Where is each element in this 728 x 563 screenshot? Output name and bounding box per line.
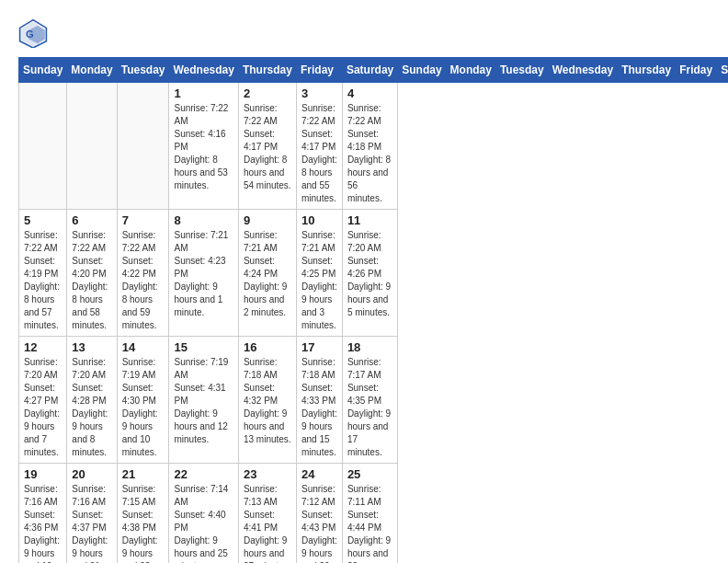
svg-text:G: G [26, 29, 34, 40]
header-day-saturday: Saturday [717, 58, 728, 83]
day-number: 23 [244, 467, 291, 481]
day-info: Sunrise: 7:16 AM Sunset: 4:37 PM Dayligh… [72, 483, 111, 563]
calendar-cell: 14Sunrise: 7:19 AM Sunset: 4:30 PM Dayli… [117, 337, 169, 464]
day-info: Sunrise: 7:14 AM Sunset: 4:40 PM Dayligh… [174, 483, 233, 563]
calendar-cell: 11Sunrise: 7:20 AM Sunset: 4:26 PM Dayli… [342, 210, 397, 337]
day-info: Sunrise: 7:19 AM Sunset: 4:31 PM Dayligh… [174, 356, 233, 446]
day-info: Sunrise: 7:21 AM Sunset: 4:23 PM Dayligh… [174, 229, 233, 319]
day-number: 12 [24, 340, 62, 354]
day-info: Sunrise: 7:16 AM Sunset: 4:36 PM Dayligh… [24, 483, 62, 563]
calendar-cell: 7Sunrise: 7:22 AM Sunset: 4:22 PM Daylig… [117, 210, 169, 337]
calendar-cell: 10Sunrise: 7:21 AM Sunset: 4:25 PM Dayli… [296, 210, 342, 337]
day-info: Sunrise: 7:18 AM Sunset: 4:32 PM Dayligh… [244, 356, 291, 446]
day-number: 17 [301, 340, 337, 354]
day-info: Sunrise: 7:22 AM Sunset: 4:16 PM Dayligh… [174, 102, 233, 192]
day-info: Sunrise: 7:18 AM Sunset: 4:33 PM Dayligh… [301, 356, 337, 459]
calendar-cell: 9Sunrise: 7:21 AM Sunset: 4:24 PM Daylig… [238, 210, 296, 337]
calendar-cell: 3Sunrise: 7:22 AM Sunset: 4:17 PM Daylig… [296, 83, 342, 210]
header-day-wednesday: Wednesday [169, 58, 238, 83]
page-header: G [18, 18, 710, 48]
header-row: SundayMondayTuesdayWednesdayThursdayFrid… [19, 58, 729, 83]
calendar-cell: 18Sunrise: 7:17 AM Sunset: 4:35 PM Dayli… [342, 337, 397, 464]
day-number: 15 [174, 340, 233, 354]
calendar-cell: 19Sunrise: 7:16 AM Sunset: 4:36 PM Dayli… [19, 464, 67, 564]
header-day-wednesday: Wednesday [548, 58, 617, 83]
calendar-cell: 20Sunrise: 7:16 AM Sunset: 4:37 PM Dayli… [67, 464, 117, 564]
day-number: 16 [244, 340, 291, 354]
day-info: Sunrise: 7:13 AM Sunset: 4:41 PM Dayligh… [244, 483, 291, 563]
day-info: Sunrise: 7:22 AM Sunset: 4:22 PM Dayligh… [122, 229, 165, 332]
calendar-header: SundayMondayTuesdayWednesdayThursdayFrid… [19, 58, 729, 83]
header-day-tuesday: Tuesday [117, 58, 169, 83]
calendar-week-1: 1Sunrise: 7:22 AM Sunset: 4:16 PM Daylig… [19, 83, 729, 210]
day-info: Sunrise: 7:12 AM Sunset: 4:43 PM Dayligh… [301, 483, 337, 563]
day-info: Sunrise: 7:11 AM Sunset: 4:44 PM Dayligh… [347, 483, 392, 563]
day-info: Sunrise: 7:20 AM Sunset: 4:28 PM Dayligh… [72, 356, 111, 459]
day-number: 18 [347, 340, 392, 354]
day-info: Sunrise: 7:21 AM Sunset: 4:25 PM Dayligh… [301, 229, 337, 332]
calendar-body: 1Sunrise: 7:22 AM Sunset: 4:16 PM Daylig… [19, 83, 729, 564]
header-day-sunday: Sunday [398, 58, 446, 83]
day-info: Sunrise: 7:22 AM Sunset: 4:18 PM Dayligh… [347, 102, 392, 205]
header-day-monday: Monday [446, 58, 495, 83]
day-number: 7 [122, 213, 165, 227]
day-number: 4 [347, 86, 392, 100]
calendar-week-3: 12Sunrise: 7:20 AM Sunset: 4:27 PM Dayli… [19, 337, 729, 464]
logo-icon: G [18, 18, 48, 48]
calendar-cell: 12Sunrise: 7:20 AM Sunset: 4:27 PM Dayli… [19, 337, 67, 464]
day-number: 19 [24, 467, 62, 481]
header-day-sunday: Sunday [19, 58, 67, 83]
calendar-cell [117, 83, 169, 210]
calendar-cell: 17Sunrise: 7:18 AM Sunset: 4:33 PM Dayli… [296, 337, 342, 464]
day-number: 3 [301, 86, 337, 100]
logo: G [18, 18, 51, 48]
day-info: Sunrise: 7:17 AM Sunset: 4:35 PM Dayligh… [347, 356, 392, 459]
calendar-cell: 15Sunrise: 7:19 AM Sunset: 4:31 PM Dayli… [169, 337, 238, 464]
day-number: 25 [347, 467, 392, 481]
day-info: Sunrise: 7:22 AM Sunset: 4:20 PM Dayligh… [72, 229, 111, 332]
header-day-thursday: Thursday [618, 58, 676, 83]
calendar-cell: 16Sunrise: 7:18 AM Sunset: 4:32 PM Dayli… [238, 337, 296, 464]
header-day-tuesday: Tuesday [495, 58, 548, 83]
day-number: 5 [24, 213, 62, 227]
day-info: Sunrise: 7:19 AM Sunset: 4:30 PM Dayligh… [122, 356, 165, 459]
day-number: 20 [72, 467, 111, 481]
calendar-cell: 6Sunrise: 7:22 AM Sunset: 4:20 PM Daylig… [67, 210, 117, 337]
header-day-monday: Monday [67, 58, 117, 83]
header-day-friday: Friday [296, 58, 342, 83]
day-number: 13 [72, 340, 111, 354]
day-info: Sunrise: 7:20 AM Sunset: 4:27 PM Dayligh… [24, 356, 62, 459]
calendar-cell: 25Sunrise: 7:11 AM Sunset: 4:44 PM Dayli… [342, 464, 397, 564]
header-day-saturday: Saturday [342, 58, 397, 83]
day-info: Sunrise: 7:21 AM Sunset: 4:24 PM Dayligh… [244, 229, 291, 319]
calendar-cell: 8Sunrise: 7:21 AM Sunset: 4:23 PM Daylig… [169, 210, 238, 337]
calendar-cell: 4Sunrise: 7:22 AM Sunset: 4:18 PM Daylig… [342, 83, 397, 210]
calendar-cell: 1Sunrise: 7:22 AM Sunset: 4:16 PM Daylig… [169, 83, 238, 210]
calendar-cell: 21Sunrise: 7:15 AM Sunset: 4:38 PM Dayli… [117, 464, 169, 564]
calendar-cell [19, 83, 67, 210]
day-info: Sunrise: 7:22 AM Sunset: 4:17 PM Dayligh… [244, 102, 291, 192]
day-info: Sunrise: 7:22 AM Sunset: 4:17 PM Dayligh… [301, 102, 337, 205]
day-number: 21 [122, 467, 165, 481]
day-number: 24 [301, 467, 337, 481]
calendar-cell: 22Sunrise: 7:14 AM Sunset: 4:40 PM Dayli… [169, 464, 238, 564]
calendar-week-2: 5Sunrise: 7:22 AM Sunset: 4:19 PM Daylig… [19, 210, 729, 337]
day-number: 11 [347, 213, 392, 227]
calendar-cell: 13Sunrise: 7:20 AM Sunset: 4:28 PM Dayli… [67, 337, 117, 464]
day-number: 8 [174, 213, 233, 227]
day-info: Sunrise: 7:15 AM Sunset: 4:38 PM Dayligh… [122, 483, 165, 563]
day-number: 9 [244, 213, 291, 227]
calendar-table: SundayMondayTuesdayWednesdayThursdayFrid… [18, 57, 728, 563]
day-info: Sunrise: 7:20 AM Sunset: 4:26 PM Dayligh… [347, 229, 392, 319]
calendar-cell: 2Sunrise: 7:22 AM Sunset: 4:17 PM Daylig… [238, 83, 296, 210]
day-number: 22 [174, 467, 233, 481]
day-number: 1 [174, 86, 233, 100]
day-number: 2 [244, 86, 291, 100]
day-info: Sunrise: 7:22 AM Sunset: 4:19 PM Dayligh… [24, 229, 62, 332]
day-number: 10 [301, 213, 337, 227]
calendar-cell: 23Sunrise: 7:13 AM Sunset: 4:41 PM Dayli… [238, 464, 296, 564]
day-number: 14 [122, 340, 165, 354]
calendar-cell: 24Sunrise: 7:12 AM Sunset: 4:43 PM Dayli… [296, 464, 342, 564]
day-number: 6 [72, 213, 111, 227]
header-day-friday: Friday [676, 58, 717, 83]
